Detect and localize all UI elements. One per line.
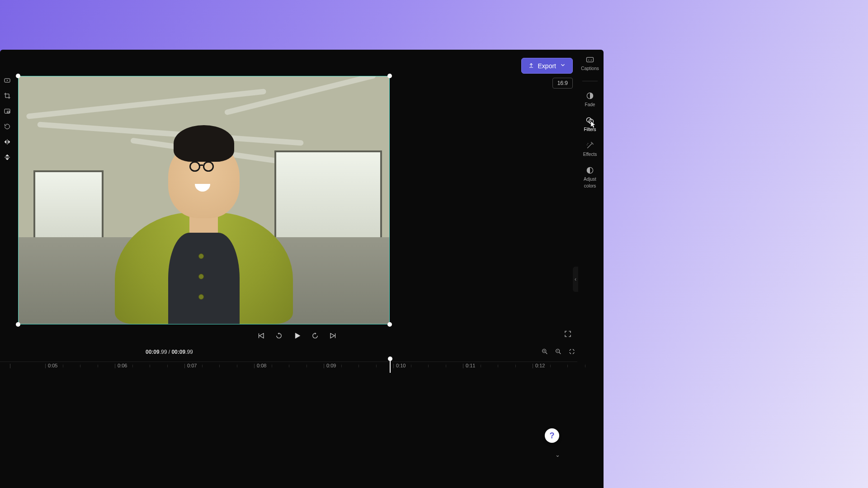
left-tool-rail bbox=[2, 76, 12, 162]
total-time: 00:09.99 bbox=[171, 349, 193, 355]
pip-tool-icon[interactable] bbox=[3, 107, 12, 116]
timeline-minor-tick bbox=[289, 365, 289, 367]
aspect-ratio-badge[interactable]: 16:9 bbox=[552, 78, 573, 89]
video-preview[interactable] bbox=[18, 76, 390, 324]
timeline-tick-label: 0:09 bbox=[326, 363, 336, 368]
panel-separator bbox=[582, 81, 598, 81]
export-label: Export bbox=[538, 62, 556, 70]
timeline-tick-label: 0:06 bbox=[118, 363, 127, 368]
upload-icon bbox=[528, 62, 534, 70]
collapse-panel-tab[interactable]: ‹ bbox=[573, 267, 578, 292]
timeline-minor-tick bbox=[550, 365, 551, 367]
fade-label: Fade bbox=[585, 102, 595, 107]
captions-label: Captions bbox=[581, 66, 599, 71]
zoom-out-button[interactable] bbox=[555, 348, 562, 357]
timeline-tick bbox=[533, 364, 533, 368]
help-button[interactable]: ? bbox=[545, 428, 559, 443]
playback-controls bbox=[17, 330, 576, 343]
adjust-colors-button[interactable]: Adjust colors bbox=[584, 166, 596, 188]
fade-button[interactable]: Fade bbox=[585, 91, 595, 107]
filters-button[interactable]: Filters bbox=[584, 116, 596, 132]
timeline-minor-tick bbox=[80, 365, 80, 367]
timeline-minor-tick bbox=[411, 365, 411, 367]
timeline-tick-label: 0:11 bbox=[466, 363, 475, 368]
resize-handle-bottom-left[interactable] bbox=[16, 322, 20, 327]
export-button[interactable]: Export bbox=[521, 58, 573, 74]
adjust-colors-label-2: colors bbox=[584, 183, 596, 188]
timeline-minor-tick bbox=[376, 365, 377, 367]
current-time: 00:09.99 bbox=[146, 349, 167, 355]
chevron-left-icon: ‹ bbox=[575, 276, 576, 282]
timeline-minor-tick bbox=[237, 365, 237, 367]
rotate-tool-icon[interactable] bbox=[3, 122, 12, 131]
resize-handle-bottom-right[interactable] bbox=[387, 322, 392, 327]
editor-shell: Export 16:9 Captions Fade Filters Effect… bbox=[0, 50, 604, 488]
right-properties-panel: Captions Fade Filters Effects Adjust col… bbox=[578, 55, 602, 488]
timeline-tick bbox=[10, 364, 10, 368]
help-symbol: ? bbox=[550, 431, 555, 441]
timeline-tick-label: 0:05 bbox=[48, 363, 57, 368]
timeline-minor-tick bbox=[98, 365, 98, 367]
aspect-ratio-value: 16:9 bbox=[557, 80, 568, 86]
timeline-playhead[interactable] bbox=[390, 359, 391, 373]
svg-rect-4 bbox=[587, 57, 594, 62]
timeline-tick bbox=[393, 364, 394, 368]
timeline-minor-tick bbox=[132, 365, 133, 367]
timeline-tick bbox=[184, 364, 185, 368]
timeline-minor-tick bbox=[219, 365, 220, 367]
effects-button[interactable]: Effects bbox=[583, 141, 597, 157]
timeline-zoom-controls bbox=[541, 348, 576, 357]
effects-label: Effects bbox=[583, 152, 597, 157]
fullscreen-button[interactable] bbox=[564, 330, 572, 340]
zoom-in-button[interactable] bbox=[541, 348, 548, 357]
timeline-minor-tick bbox=[341, 365, 342, 367]
captions-button[interactable]: Captions bbox=[581, 55, 599, 71]
adjust-colors-label-1: Adjust bbox=[584, 177, 596, 182]
timeline-minor-tick bbox=[498, 365, 498, 367]
timeline-minor-tick bbox=[428, 365, 429, 367]
panel-chevron-down-icon[interactable]: ⌄ bbox=[555, 451, 560, 458]
timeline-ruler[interactable]: 0:050:060:070:080:090:100:110:12 bbox=[0, 361, 577, 376]
time-sep: / bbox=[167, 349, 171, 355]
timeline-tick-label: 0:07 bbox=[187, 363, 197, 368]
timeline-tick bbox=[324, 364, 324, 368]
timeline-minor-tick bbox=[272, 365, 272, 367]
timeline-tick-label: 0:08 bbox=[257, 363, 266, 368]
timeline-minor-tick bbox=[585, 365, 585, 367]
forward-button[interactable] bbox=[311, 332, 319, 342]
timeline-minor-tick bbox=[446, 365, 446, 367]
timeline-minor-tick bbox=[167, 365, 168, 367]
resize-handle-top-left[interactable] bbox=[16, 74, 20, 78]
timeline-tick bbox=[115, 364, 115, 368]
timeline-tick-label: 0:12 bbox=[535, 363, 545, 368]
timeline-minor-tick bbox=[481, 365, 481, 367]
playback-time: 00:09.99 / 00:09.99 bbox=[146, 349, 193, 355]
video-frame[interactable] bbox=[18, 76, 390, 324]
video-scene-placeholder bbox=[19, 76, 389, 324]
svg-rect-3 bbox=[7, 111, 9, 113]
cursor-icon bbox=[590, 121, 596, 129]
timeline-minor-tick bbox=[515, 365, 516, 367]
skip-end-button[interactable] bbox=[329, 332, 337, 342]
skip-start-button[interactable] bbox=[257, 332, 265, 342]
timeline-minor-tick bbox=[567, 365, 568, 367]
fit-tool-icon[interactable] bbox=[3, 76, 12, 85]
rewind-button[interactable] bbox=[275, 332, 283, 342]
timeline-minor-tick bbox=[202, 365, 203, 367]
timeline-tick bbox=[254, 364, 255, 368]
flip-vertical-icon[interactable] bbox=[3, 153, 12, 162]
chevron-down-icon bbox=[560, 62, 566, 70]
timeline-minor-tick bbox=[150, 365, 150, 367]
svg-point-1 bbox=[7, 80, 7, 80]
crop-tool-icon[interactable] bbox=[3, 91, 12, 100]
play-button[interactable] bbox=[293, 332, 301, 342]
timeline-tick-label: 0:10 bbox=[396, 363, 406, 368]
timeline-tick bbox=[45, 364, 46, 368]
resize-handle-top-right[interactable] bbox=[387, 74, 392, 78]
timeline-tick bbox=[463, 364, 463, 368]
timeline-minor-tick bbox=[63, 365, 63, 367]
zoom-fit-button[interactable] bbox=[568, 348, 576, 357]
flip-horizontal-icon[interactable] bbox=[3, 137, 12, 146]
timeline-minor-tick bbox=[359, 365, 359, 367]
timeline-minor-tick bbox=[307, 365, 307, 367]
